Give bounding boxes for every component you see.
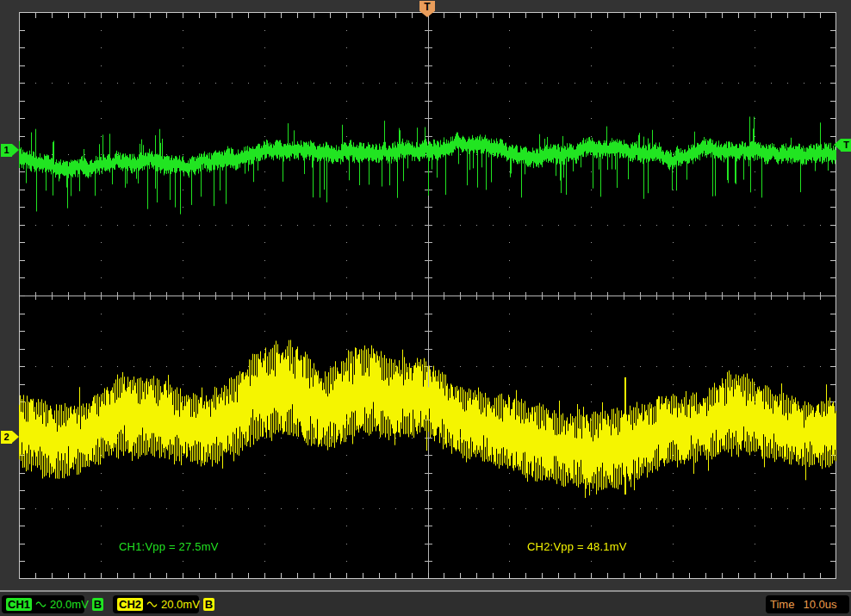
ch1-status-box: CH1 20.0mV B: [2, 595, 84, 613]
ch2-marker-label: 2: [1, 431, 12, 444]
ch2-channel-chip: CH2: [117, 598, 143, 611]
ch2-marker-arrow-icon: [12, 431, 19, 443]
ch2-status-box: CH2 20.0mV B: [113, 595, 199, 613]
ch1-ac-coupling-icon: [35, 600, 47, 609]
ch1-scale-value: 20.0mV: [50, 598, 89, 611]
trigger-level-marker[interactable]: T: [834, 139, 851, 152]
timebase-label: Time: [770, 598, 794, 611]
status-bar: CH1 20.0mV B CH2 20.0mV B Time 10.0us: [0, 592, 851, 616]
ch2-scale-value: 20.0mV: [161, 598, 200, 611]
oscilloscope-screen: T 1 2 T CH1:Vpp = 27.5mV CH2:Vpp = 48.1m…: [0, 0, 851, 616]
ch2-ac-coupling-icon: [146, 600, 158, 609]
timebase-value: 10.0us: [803, 598, 836, 611]
ch2-ground-marker[interactable]: 2: [1, 431, 19, 444]
ch1-vpp-readout: CH1:Vpp = 27.5mV: [119, 540, 219, 553]
timebase-status-box: Time 10.0us: [766, 595, 849, 613]
ch2-vpp-readout: CH2:Vpp = 48.1mV: [527, 540, 627, 553]
waveform-display: [19, 12, 836, 579]
trigger-level-label: T: [841, 139, 851, 152]
ch1-bandwidth-chip: B: [92, 598, 103, 611]
ch1-ground-marker[interactable]: 1: [1, 144, 19, 157]
trigger-level-arrow-icon: [834, 139, 841, 151]
ch2-bandwidth-chip: B: [203, 598, 214, 611]
ch1-marker-label: 1: [1, 144, 12, 157]
ch1-channel-chip: CH1: [6, 598, 32, 611]
ch1-marker-arrow-icon: [12, 144, 19, 156]
